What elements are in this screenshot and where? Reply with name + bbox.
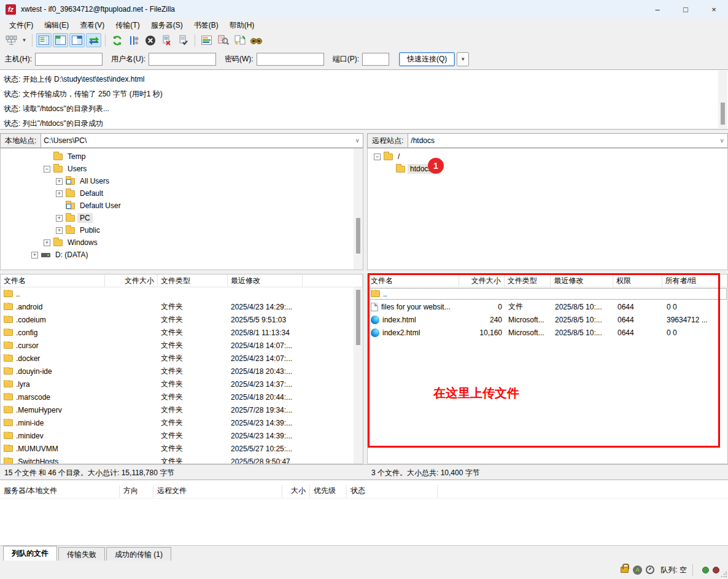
- tree-item-temp[interactable]: Temp: [1, 150, 363, 163]
- remote-site-path-combo[interactable]: /htdocs ˅: [408, 133, 728, 148]
- file-row[interactable]: .SwitchHosts文件夹2025/5/28 9:50:47: [1, 455, 363, 464]
- file-row[interactable]: .docker文件夹2025/4/23 14:07:...: [1, 352, 363, 365]
- file-row[interactable]: .mini-ide文件夹2025/4/23 14:39:...: [1, 416, 363, 429]
- queue-column-priority[interactable]: 优先级: [310, 485, 347, 497]
- tree-item-d-drive[interactable]: D: (DATA): [1, 249, 363, 261]
- expand-expander[interactable]: [44, 239, 50, 246]
- chevron-down-icon[interactable]: ˅: [355, 138, 359, 144]
- tree-item-users[interactable]: Users: [1, 163, 363, 175]
- tree-item-all-users[interactable]: All Users: [1, 175, 363, 187]
- column-header-owner-group[interactable]: 所有者/组: [662, 274, 721, 287]
- file-row[interactable]: index.html240Microsoft...2025/8/5 10:...…: [368, 313, 727, 326]
- close-button[interactable]: ×: [700, 0, 728, 18]
- menu-file[interactable]: 文件(F): [4, 19, 39, 32]
- expand-expander[interactable]: [56, 178, 63, 185]
- expand-expander[interactable]: [56, 190, 63, 197]
- minimize-button[interactable]: –: [643, 0, 672, 18]
- queue-column-status[interactable]: 状态: [347, 485, 438, 497]
- menu-bookmarks[interactable]: 书签(B): [188, 19, 224, 32]
- username-input[interactable]: [149, 53, 216, 66]
- tree-item-windows[interactable]: Windows: [1, 236, 363, 249]
- local-list-scrollbar-thumb[interactable]: [356, 290, 360, 345]
- menu-view[interactable]: 查看(V): [74, 19, 110, 32]
- tab-queued-files[interactable]: 列队的文件: [3, 546, 57, 561]
- tab-failed-transfers[interactable]: 传输失败: [58, 547, 105, 561]
- file-row[interactable]: .MUMUVMM文件夹2025/5/27 10:25:...: [1, 442, 363, 455]
- cancel-operation-button[interactable]: [142, 33, 158, 47]
- file-row[interactable]: .lyra文件夹2025/4/23 14:37:...: [1, 378, 363, 391]
- local-site-path-combo[interactable]: C:\Users\PC\ ˅: [41, 133, 363, 148]
- file-row[interactable]: .MemuHyperv文件夹2025/7/28 19:34:...: [1, 403, 363, 416]
- queue-column-direction[interactable]: 方向: [120, 485, 153, 497]
- column-header-modified[interactable]: 最近修改: [551, 274, 613, 287]
- toggle-transfer-queue-button[interactable]: [86, 33, 101, 47]
- queue-column-server-local-file[interactable]: 服务器/本地文件: [0, 485, 120, 497]
- maximize-button[interactable]: □: [672, 0, 700, 18]
- column-header-filetype[interactable]: 文件类型: [158, 274, 228, 287]
- tree-item-root[interactable]: /: [368, 150, 727, 163]
- file-row[interactable]: .douyin-ide文件夹2025/4/18 20:43:...: [1, 365, 363, 378]
- collapse-expander[interactable]: [374, 153, 381, 160]
- tree-item-htdocs[interactable]: htdocs: [368, 163, 727, 175]
- menu-edit[interactable]: 编辑(E): [39, 19, 74, 32]
- port-input[interactable]: [362, 53, 389, 66]
- synchronized-browsing-button[interactable]: [232, 33, 247, 47]
- file-row-parent[interactable]: ..: [1, 287, 363, 300]
- gear-autoask-icon[interactable]: A: [633, 565, 642, 575]
- file-row[interactable]: .cursor文件夹2025/4/18 14:07:...: [1, 339, 363, 352]
- expand-expander[interactable]: [31, 252, 38, 258]
- file-row[interactable]: .minidev文件夹2025/4/23 14:39:...: [1, 429, 363, 442]
- expand-expander[interactable]: [56, 227, 63, 234]
- refresh-button[interactable]: [109, 33, 125, 47]
- file-row-parent[interactable]: ..: [368, 287, 727, 300]
- queue-column-remote-file[interactable]: 远程文件: [153, 485, 282, 497]
- log-scrollbar-thumb[interactable]: [721, 103, 725, 125]
- file-row[interactable]: .config文件夹2025/8/1 11:13:34: [1, 326, 363, 339]
- column-header-filename[interactable]: 文件名: [368, 274, 459, 287]
- file-row[interactable]: .codeium文件夹2025/5/5 9:51:03: [1, 313, 363, 326]
- column-header-filesize[interactable]: 文件大小: [459, 274, 505, 287]
- tab-successful-transfers[interactable]: 成功的传输 (1): [106, 547, 171, 561]
- column-header-modified[interactable]: 最近修改: [228, 274, 303, 287]
- filename-filters-button[interactable]: [215, 33, 231, 47]
- file-row[interactable]: files for your websit...0文件2025/8/5 10:.…: [368, 300, 727, 313]
- tree-item-default[interactable]: Default: [1, 187, 363, 200]
- queue-column-size[interactable]: 大小: [282, 485, 310, 497]
- file-row[interactable]: .android文件夹2025/4/23 14:29:...: [1, 300, 363, 313]
- menu-transfer[interactable]: 传输(T): [110, 19, 145, 32]
- local-tree-scrollbar[interactable]: [354, 149, 363, 270]
- collapse-expander[interactable]: [44, 166, 50, 173]
- tree-item-default-user[interactable]: Default User: [1, 200, 363, 212]
- directory-comparison-button[interactable]: [199, 33, 214, 47]
- file-row[interactable]: .marscode文件夹2025/4/18 20:44:...: [1, 391, 363, 403]
- column-header-permissions[interactable]: 权限: [613, 274, 662, 287]
- local-list-scrollbar[interactable]: [354, 287, 363, 464]
- column-header-filename[interactable]: 文件名: [1, 274, 105, 287]
- process-queue-button[interactable]: [126, 33, 141, 47]
- password-input[interactable]: [257, 53, 324, 66]
- quickconnect-button[interactable]: 快速连接(Q): [399, 52, 455, 66]
- quickconnect-dropdown-button[interactable]: ▼: [457, 52, 469, 66]
- column-header-filesize[interactable]: 文件大小: [105, 274, 158, 287]
- toggle-message-log-button[interactable]: [36, 33, 52, 47]
- find-files-button[interactable]: [249, 33, 264, 47]
- tree-item-pc[interactable]: PC: [1, 212, 363, 224]
- local-tree-scrollbar-thumb[interactable]: [356, 218, 360, 254]
- site-manager-button[interactable]: [4, 33, 19, 47]
- host-input[interactable]: [35, 53, 103, 66]
- toggle-remote-tree-button[interactable]: [69, 33, 85, 47]
- tree-item-public[interactable]: Public: [1, 224, 363, 236]
- resize-grip[interactable]: [721, 572, 727, 578]
- menu-server[interactable]: 服务器(S): [145, 19, 188, 32]
- reconnect-button[interactable]: [176, 33, 191, 47]
- speed-limit-icon[interactable]: [646, 565, 654, 574]
- expand-expander[interactable]: [56, 215, 63, 222]
- toggle-local-tree-button[interactable]: [53, 33, 68, 47]
- lock-icon[interactable]: [621, 567, 629, 573]
- log-scrollbar[interactable]: [718, 71, 727, 128]
- menu-help[interactable]: 帮助(H): [224, 19, 260, 32]
- site-manager-dropdown-icon[interactable]: ▼: [20, 33, 29, 47]
- disconnect-button[interactable]: [159, 33, 174, 47]
- chevron-down-icon[interactable]: ˅: [720, 138, 724, 144]
- column-header-filetype[interactable]: 文件类型: [505, 274, 551, 287]
